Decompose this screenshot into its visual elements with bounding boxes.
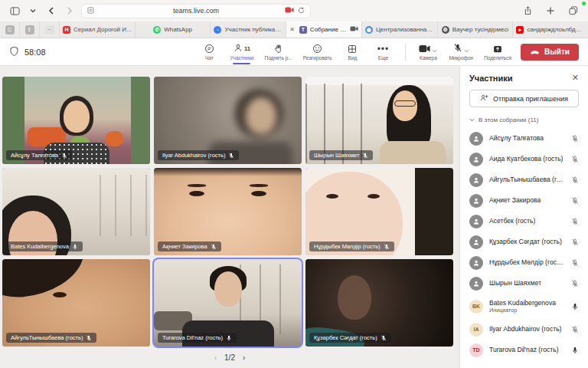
mic-on-icon [226, 335, 232, 341]
tab-youtube[interactable]: ▸ сандарждлоьлбдю... [513, 21, 588, 38]
video-tile-bates[interactable]: Bates Kudaibergenova [2, 168, 150, 255]
youtube-icon: ▸ [516, 26, 524, 34]
invite-label: Отправка приглашения [493, 95, 568, 103]
leave-button[interactable]: Выйти [521, 44, 579, 61]
participants-panel: Участники ✕ Отправка приглашения В этом … [459, 66, 588, 368]
participant-row[interactable]: АйгульТынышбаева (гость) [460, 169, 588, 190]
tab-meeting-active[interactable]: ✕ T Собрание Micro... [286, 21, 362, 38]
camera-chevron-icon[interactable] [432, 42, 437, 56]
shield-icon[interactable] [9, 46, 19, 58]
participant-row[interactable]: Құзарбек Сәғдат (гость) [460, 232, 588, 252]
pinned-site-icon-3: ~ [45, 25, 54, 34]
mic-off-icon [61, 153, 67, 159]
in-meeting-section-header[interactable]: В этом собрании (11) [460, 113, 588, 128]
more-button[interactable]: ••• Еще [373, 44, 393, 61]
blue-circle-icon: ◉ [365, 26, 373, 34]
participant-row[interactable]: Нұрдыбек Мөлдір (гость) [460, 252, 588, 273]
tab-publication[interactable]: ◦ Участник публикац... [211, 21, 286, 38]
mic-on-icon[interactable] [571, 347, 579, 354]
video-tile-turarova[interactable]: Turarova Dil'naz (гость) [154, 259, 302, 347]
page-prev-button[interactable]: ‹ [214, 353, 217, 362]
mic-off-icon [211, 244, 217, 250]
send-invite-button[interactable]: Отправка приглашения [469, 90, 579, 107]
participants-label: Участники [230, 55, 253, 61]
mic-off-icon[interactable] [571, 326, 579, 334]
page-next-button[interactable]: › [243, 353, 245, 362]
browser-window: teams.live.com C ↥ [0, 0, 588, 368]
video-tile-shyryn[interactable]: Шырын Шаяхмет [305, 77, 453, 164]
close-panel-icon[interactable]: ✕ [572, 73, 579, 83]
participant-row[interactable]: Шырын Шаяхмет [460, 273, 588, 294]
close-tab-icon[interactable]: ✕ [289, 26, 295, 33]
participant-row[interactable]: Аида Куатбекова (гость) [460, 149, 588, 169]
tab-centralized[interactable]: ◉ Централизованная... [362, 21, 438, 38]
pinned-tab-2[interactable]: ↥ [20, 21, 40, 38]
tile-name: АйгульТынышбаева (гость) [11, 334, 83, 341]
back-button[interactable] [44, 4, 58, 18]
mic-on-icon[interactable] [571, 303, 579, 310]
pinned-tab-1[interactable]: C [0, 21, 20, 38]
video-grid: Айсұлу Талғатова Ilyar Abdukhairov (гост… [2, 77, 459, 347]
forward-button[interactable] [63, 4, 77, 18]
tab-camera-icon [350, 26, 358, 33]
microphone-label: Микрофон [449, 55, 473, 61]
reload-icon[interactable] [298, 7, 305, 15]
mic-off-icon[interactable] [571, 176, 579, 184]
participants-list: Айсұлу Талғатова Аида Куатбекова (гость) [460, 128, 588, 368]
name-tag: Bates Kudaibergenova [6, 242, 83, 251]
raise-hand-icon [274, 44, 283, 54]
video-tile-akniet[interactable]: Ақниет Закирова [154, 168, 302, 255]
participant-row-initiator[interactable]: BK Bates Kudaibergenova Инициатор [460, 294, 588, 319]
raise-hand-button[interactable]: Поднять р... [264, 44, 292, 61]
leave-label: Выйти [544, 48, 570, 56]
participant-row[interactable]: IA Ilyar Abdukhairov (гость) [460, 319, 588, 340]
video-tile-aigul[interactable]: АйгульТынышбаева (гость) [2, 259, 150, 347]
camera-button[interactable]: Камера [418, 44, 438, 61]
share-screen-button[interactable]: Поделиться [484, 44, 511, 61]
reader-view-icon[interactable] [87, 7, 94, 15]
video-tile-aisulu[interactable]: Айсұлу Талғатова [2, 77, 150, 164]
tab-overview-button[interactable] [567, 4, 580, 18]
new-tab-button[interactable] [544, 4, 557, 18]
name-tag: Ақниет Закирова [158, 242, 221, 251]
share-screen-icon [493, 44, 502, 54]
sidebar-toggle-button[interactable] [8, 4, 21, 18]
microphone-chevron-icon[interactable] [464, 42, 469, 56]
mic-off-icon [453, 42, 462, 56]
participant-name: АйгульТынышбаева (гость) [489, 176, 565, 183]
participant-row[interactable]: Асетбек (гость) [460, 211, 588, 232]
url-text: teams.live.com [173, 7, 219, 15]
tab-serial[interactable]: Н Сериал Дорогой И... [60, 21, 136, 38]
whatsapp-icon: ✆ [153, 26, 161, 34]
view-label: Вид [348, 55, 358, 61]
share-page-button[interactable] [521, 4, 534, 18]
mic-off-icon[interactable] [571, 218, 579, 225]
name-tag: Turarova Dil'naz (гость) [158, 333, 237, 343]
more-icon: ••• [377, 44, 390, 54]
tab-whatsapp[interactable]: ✆ WhatsApp [136, 21, 211, 38]
mic-off-icon[interactable] [571, 135, 579, 143]
video-tile-nurdybek[interactable]: Нұрдыбек Мөлдір (гость) [305, 168, 453, 255]
mic-off-icon[interactable] [571, 259, 579, 267]
participant-name: Ilyar Abdukhairov (гость) [489, 325, 561, 333]
video-tile-kuzarbek[interactable]: Құзарбек Сәғдат (гость) [305, 259, 453, 347]
react-button[interactable]: Реагировать [303, 44, 332, 61]
mic-off-icon[interactable] [571, 197, 579, 205]
tab-voucher[interactable]: ⚙ Ваучер тусіндірмесі [438, 21, 514, 38]
mic-off-icon[interactable] [571, 156, 579, 163]
chat-button[interactable]: Чат [199, 44, 219, 61]
pinned-tab-3[interactable]: ~ [40, 21, 60, 38]
participant-row[interactable]: Ақниет Закирова [460, 190, 588, 211]
address-bar[interactable]: teams.live.com [81, 4, 311, 18]
meeting-toolbar: 58:08 Чат 11 Участники [0, 38, 588, 66]
participants-button[interactable]: 11 Участники [230, 44, 253, 61]
participant-row[interactable]: Айсұлу Талғатова [460, 128, 588, 149]
video-tile-ilyar[interactable]: Ilyar Abdukhairov (гость) [154, 77, 302, 164]
microphone-button[interactable]: Микрофон [449, 44, 473, 61]
mic-off-icon[interactable] [571, 280, 579, 288]
participant-name: Нұрдыбек Мөлдір (гость) [489, 258, 565, 266]
sidebar-chevron-icon[interactable] [26, 4, 40, 18]
view-button[interactable]: Вид [342, 44, 362, 61]
participant-row[interactable]: TD Turarova Dil'naz (гость) [460, 340, 588, 360]
mic-off-icon[interactable] [571, 238, 579, 246]
